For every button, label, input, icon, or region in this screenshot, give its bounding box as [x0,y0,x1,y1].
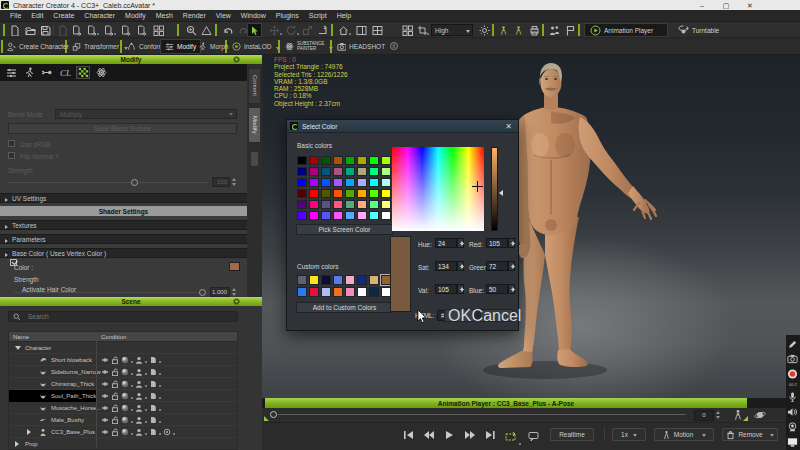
render-quality-select[interactable]: High [431,24,473,36]
page-icon[interactable] [149,428,157,436]
minimize-button[interactable]: – [698,1,706,10]
basic-color-swatch[interactable] [369,189,379,198]
section-shader-settings[interactable]: Shader Settings [0,206,247,216]
expand-icon[interactable] [15,346,21,350]
scene-row-male-bushy[interactable]: Male_Bushy [9,414,237,426]
scene-row-prop[interactable]: Prop [9,438,237,450]
comment-button[interactable] [528,431,539,442]
custom-color-swatch[interactable] [357,287,367,297]
bust-icon[interactable] [135,392,143,400]
menu-script[interactable]: Script [304,12,332,19]
display-icon[interactable] [787,436,799,448]
base-color-swatch[interactable] [229,262,240,271]
sat-spin[interactable] [457,261,464,271]
scene-row-soul-path-thick[interactable]: Soul_Path_Thick [9,390,237,402]
strength2-slider-knob[interactable] [199,289,206,296]
hue-spin[interactable] [457,238,464,248]
basic-color-swatch[interactable] [369,200,379,209]
motion-tab[interactable] [22,66,36,79]
basic-color-swatch[interactable] [321,200,331,209]
bust-icon[interactable] [135,416,143,424]
basic-color-swatch[interactable] [321,189,331,198]
lock-icon[interactable] [111,416,119,424]
scene-row-mustache-horse-[interactable]: Mustache_Horse... [9,402,237,414]
flip-normal-checkbox[interactable] [8,152,15,159]
hue-saturation-picker[interactable] [392,147,484,231]
section-uv-settings[interactable]: UV Settings [0,193,247,203]
menu-help[interactable]: Help [332,12,356,19]
scene-panel-header[interactable]: Scene [0,297,262,306]
page-icon[interactable] [149,356,157,364]
menu-render[interactable]: Render [178,12,211,19]
page-icon[interactable] [149,392,157,400]
menu-modify[interactable]: Modify [120,12,151,19]
page-icon[interactable] [149,380,157,388]
annotate-icon[interactable] [787,339,799,351]
menu-window[interactable]: Window [236,12,271,19]
custom-color-swatch[interactable] [333,275,343,285]
basic-color-swatch[interactable] [309,178,319,187]
lock-icon[interactable] [111,392,119,400]
maximize-button[interactable]: ▢ [722,1,730,10]
scene-row-character[interactable]: Character [9,342,237,354]
custom-color-swatch[interactable] [369,275,379,285]
menu-mesh[interactable]: Mesh [151,12,178,19]
blend-mode-select[interactable]: Multiply [55,109,237,119]
layout-quad-button[interactable] [371,24,383,36]
basic-color-swatch[interactable] [357,178,367,187]
page-icon[interactable] [149,416,157,424]
bake-button[interactable] [528,24,540,36]
strength2-value[interactable]: 1.000 [210,287,230,297]
value-slider-arrow[interactable] [499,190,503,196]
pose-a-button[interactable] [498,24,510,36]
basic-color-swatch[interactable] [321,167,331,176]
last-frame-button[interactable] [486,431,495,439]
scene-search-input[interactable]: Search [8,311,238,322]
strength-slider[interactable] [8,182,208,183]
menu-character[interactable]: Character [79,12,120,19]
modify-panel-header[interactable]: Modify [0,55,262,64]
basic-color-swatch[interactable] [333,189,343,198]
select-tool-active[interactable] [247,23,262,37]
red-field[interactable]: 105 [486,238,508,248]
basic-color-swatch[interactable] [381,211,391,220]
eye-icon[interactable] [101,404,109,412]
activate-hair-color-checkbox[interactable] [10,259,17,266]
lock-icon[interactable] [111,380,119,388]
send-to-button[interactable] [136,24,148,36]
new-project-button[interactable] [9,24,21,36]
ribbon-tab-instalod[interactable]: InstaLOD [228,39,284,54]
open-project-button[interactable] [24,24,36,36]
basic-color-swatch[interactable] [333,178,343,187]
home-view-button[interactable] [337,24,349,36]
expand-icon[interactable] [27,429,31,435]
sphere-icon[interactable] [121,368,129,376]
custom-color-swatch[interactable] [357,275,367,285]
basic-color-swatch[interactable] [333,167,343,176]
custom-color-swatch[interactable] [297,275,307,285]
lock-icon[interactable] [111,368,119,376]
sphere-icon[interactable] [121,356,129,364]
basic-color-swatch[interactable] [357,189,367,198]
pose-b-button[interactable] [513,24,525,36]
basic-color-swatch[interactable] [309,200,319,209]
first-frame-button[interactable] [404,431,413,439]
custom-color-swatch[interactable] [297,287,307,297]
eye-icon[interactable] [101,380,109,388]
custom-color-swatch[interactable] [345,287,355,297]
bust-icon[interactable] [135,380,143,388]
red-spin[interactable] [508,238,515,248]
undo-button[interactable] [222,24,234,36]
basic-color-swatch[interactable] [333,200,343,209]
camera-views-button[interactable] [401,24,413,36]
basic-color-swatch[interactable] [345,178,355,187]
custom-color-swatch[interactable] [369,287,379,297]
sat-field[interactable]: 134 [435,261,457,271]
basic-color-swatch[interactable] [297,167,307,176]
dialog-title-bar[interactable]: Select Color ✕ [287,120,518,133]
attribute-tab[interactable] [4,66,18,79]
pick-screen-color-button[interactable]: Pick Screen Color [296,224,393,235]
basic-color-swatch[interactable] [381,167,391,176]
rotate-tool-button[interactable] [285,24,297,36]
screenshot-icon[interactable] [787,353,799,365]
